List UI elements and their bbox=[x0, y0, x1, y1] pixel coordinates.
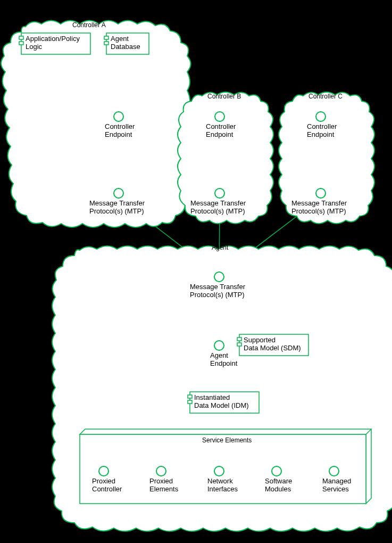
agent-db-label2: Database bbox=[111, 43, 140, 51]
controller-b-endpoint-node bbox=[215, 112, 224, 121]
svc4-l2: Services bbox=[322, 485, 349, 493]
controller-a-mtp-label1: Message Transfer bbox=[89, 199, 145, 207]
agent-endpoint-node bbox=[214, 341, 224, 350]
idm-label1: Instantiated bbox=[194, 393, 230, 401]
controller-c-mtp-node bbox=[316, 188, 326, 198]
svc1-l2: Elements bbox=[149, 485, 179, 493]
svg-rect-7 bbox=[237, 338, 241, 341]
agent-db-label1: Agent bbox=[111, 35, 129, 43]
svg-point-18 bbox=[272, 466, 281, 476]
svc0-l1: Proxied bbox=[92, 477, 115, 485]
sdm-label2: Data Model (SDM) bbox=[244, 344, 301, 352]
controller-a-endpoint-label2: Endpoint bbox=[105, 130, 132, 138]
controller-c-title: Controller C bbox=[308, 93, 343, 100]
svc0-l2: Controller bbox=[92, 485, 122, 493]
app-policy-box: Application/Policy Logic bbox=[19, 33, 90, 54]
idm-label2: Data Model (IDM) bbox=[194, 401, 249, 409]
controller-a-mtp-node bbox=[114, 188, 123, 198]
svc2-l2: Interfaces bbox=[207, 485, 238, 493]
svg-point-17 bbox=[214, 466, 224, 476]
svc4-l1: Managed bbox=[322, 477, 351, 485]
sdm-label1: Supported bbox=[244, 336, 276, 344]
controller-b-mtp-label2: Protocol(s) (MTP) bbox=[190, 207, 245, 215]
agent-title: Agent bbox=[212, 244, 229, 251]
svc3-l2: Modules bbox=[265, 485, 291, 493]
app-policy-label1: Application/Policy bbox=[26, 35, 80, 43]
controller-a-title: Controller A bbox=[72, 21, 106, 29]
controller-b-title: Controller B bbox=[207, 93, 241, 100]
controller-b-mtp-label1: Message Transfer bbox=[190, 199, 246, 207]
svc3-l1: Software bbox=[265, 477, 292, 485]
svg-rect-8 bbox=[237, 343, 241, 346]
controller-a-mtp-label2: Protocol(s) (MTP) bbox=[89, 207, 144, 215]
sdm-box: Supported Data Model (SDM) bbox=[237, 334, 308, 356]
service-elements-title: Service Elements bbox=[202, 437, 252, 444]
svg-point-16 bbox=[156, 466, 166, 476]
svc1-l1: Proxied bbox=[149, 477, 173, 485]
controller-c-endpoint-node bbox=[316, 112, 326, 121]
svg-rect-4 bbox=[104, 36, 109, 39]
svg-point-19 bbox=[329, 466, 339, 476]
controller-b-mtp-node bbox=[215, 188, 224, 198]
controller-c-mtp-label1: Message Transfer bbox=[291, 199, 347, 207]
controller-c-mtp-label2: Protocol(s) (MTP) bbox=[291, 207, 346, 215]
agent-db-box: Agent Database bbox=[104, 33, 149, 54]
idm-box: Instantiated Data Model (IDM) bbox=[188, 392, 259, 413]
agent-endpoint-label1: Agent bbox=[210, 351, 228, 359]
agent-mtp-label1: Message Transfer bbox=[190, 283, 246, 291]
svc2-l1: Network bbox=[207, 477, 233, 485]
svg-rect-2 bbox=[19, 42, 23, 45]
svg-rect-10 bbox=[188, 395, 192, 398]
controller-c-endpoint-label1: Controller bbox=[307, 122, 337, 130]
controller-b-endpoint-label2: Endpoint bbox=[206, 130, 233, 138]
svg-rect-11 bbox=[188, 400, 192, 404]
controller-a-endpoint-node bbox=[114, 112, 123, 121]
agent-mtp-label2: Protocol(s) (MTP) bbox=[190, 291, 245, 299]
app-policy-label2: Logic bbox=[26, 43, 43, 51]
controller-c-endpoint-label2: Endpoint bbox=[307, 130, 335, 138]
controller-b-endpoint-label1: Controller bbox=[206, 122, 236, 130]
controller-a-endpoint-label1: Controller bbox=[105, 122, 135, 130]
agent-mtp-node bbox=[214, 272, 224, 282]
svg-point-15 bbox=[99, 466, 109, 476]
svg-rect-5 bbox=[104, 42, 109, 45]
agent-endpoint-label2: Endpoint bbox=[210, 359, 238, 367]
svg-rect-1 bbox=[19, 36, 23, 39]
